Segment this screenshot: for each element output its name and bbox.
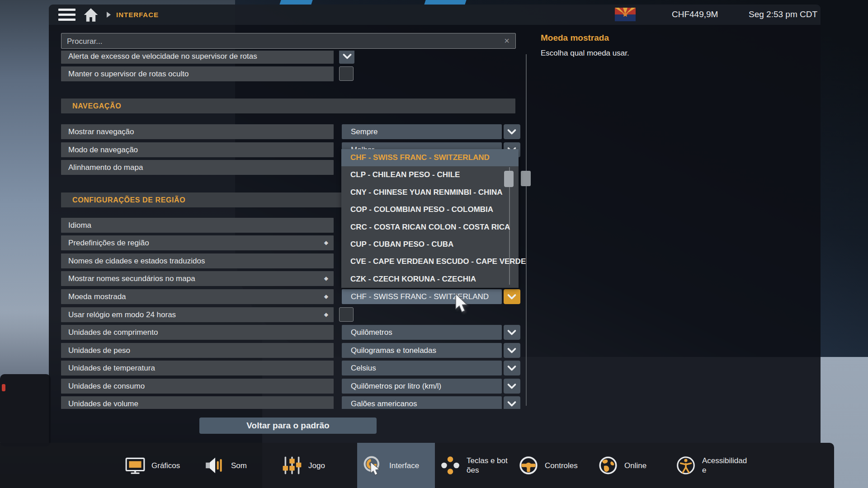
- nav-tab-jogo[interactable]: Jogo: [282, 443, 325, 488]
- dropdown-arrow-button[interactable]: [504, 289, 520, 304]
- tail-light: [2, 384, 5, 391]
- setting-selected-value[interactable]: CHF - SWISS FRANC - SWITZERLAND: [342, 289, 502, 304]
- keys-icon: [440, 455, 461, 476]
- nav-tab-som[interactable]: Som: [204, 443, 247, 488]
- setting-selected-value[interactable]: Sempre: [342, 124, 502, 139]
- arizona-flag-icon[interactable]: [615, 8, 636, 21]
- top-bar: INTERFACE CHF449,9M Seg 2:53 pm CDT: [49, 5, 821, 25]
- setting-row-label[interactable]: Unidades de temperatura: [61, 361, 334, 375]
- game-icon: [282, 455, 302, 476]
- search-input[interactable]: [66, 33, 493, 49]
- setting-selected-value[interactable]: Celsius: [342, 361, 502, 375]
- setting-selected-value[interactable]: Galões americanos: [342, 396, 502, 409]
- info-panel-title: Moeda mostrada: [541, 33, 609, 43]
- setting-row-label[interactable]: Moeda mostrada◆: [61, 289, 334, 304]
- setting-row-label[interactable]: Modo de navegação: [61, 142, 334, 157]
- dropdown-option[interactable]: CHF - SWISS FRANC - SWITZERLAND: [341, 149, 519, 166]
- breadcrumb: INTERFACE: [116, 11, 159, 19]
- setting-row-label[interactable]: Nomes de cidades e estados traduzidos: [61, 253, 334, 268]
- nav-tab-label: Acessibilidade: [702, 456, 747, 475]
- setting-row-label[interactable]: Unidades de peso: [61, 343, 334, 358]
- dropdown-arrow-button[interactable]: [504, 325, 520, 340]
- reset-defaults-button[interactable]: Voltar para o padrão: [199, 418, 377, 434]
- dropdown-option[interactable]: CNY - CHINESE YUAN RENMINBI - CHINA: [341, 184, 519, 201]
- dropdown-option[interactable]: CUP - CUBAN PESO - CUBA: [341, 236, 519, 253]
- dropdown-arrow-button[interactable]: [504, 124, 520, 139]
- controller-icon: [518, 455, 539, 476]
- dropdown-option[interactable]: CLP - CHILEAN PESO - CHILE: [341, 166, 519, 183]
- setting-selected-value[interactable]: Quilogramas e toneladas: [342, 343, 502, 358]
- dropdown-arrow-button[interactable]: [504, 343, 520, 358]
- setting-checkbox[interactable]: [339, 66, 354, 81]
- search-box[interactable]: ×: [61, 33, 516, 49]
- game-clock: Seg 2:53 pm CDT: [749, 9, 817, 19]
- setting-selected-value[interactable]: Quilômetros: [342, 325, 502, 340]
- nav-tab-acessibilidade[interactable]: Acessibilidade: [675, 443, 747, 488]
- interface-icon: [363, 455, 383, 476]
- settings-panel: × Alerta de excesso de velocidade no sup…: [49, 25, 821, 443]
- nav-tab-controles[interactable]: Controles: [518, 443, 578, 488]
- nav-tab-gr-ficos[interactable]: Gráficos: [125, 443, 180, 488]
- dropdown-arrow-button[interactable]: [504, 396, 520, 409]
- setting-row-label[interactable]: Unidades de consumo: [61, 379, 334, 394]
- truck-stripe: [424, 0, 466, 5]
- setting-row-label[interactable]: Manter o supervisor de rotas oculto: [61, 66, 334, 81]
- sound-icon: [204, 455, 225, 476]
- panel-scrollbar-track[interactable]: [526, 54, 527, 406]
- setting-row-label[interactable]: Alinhamento do mapa: [61, 160, 334, 175]
- nav-tab-label: Interface: [389, 461, 419, 470]
- online-icon: [598, 455, 618, 476]
- setting-row-label[interactable]: Alerta de excesso de velocidade no super…: [61, 51, 334, 64]
- accessibility-icon: [675, 455, 696, 476]
- mouse-cursor: [452, 293, 473, 315]
- advanced-diamond-icon: ◆: [324, 235, 328, 250]
- home-icon[interactable]: [83, 7, 99, 23]
- dropdown-arrow-button[interactable]: [504, 379, 520, 394]
- section-header: NAVEGAÇÃO: [61, 99, 515, 113]
- dropdown-scrollbar-thumb[interactable]: [504, 171, 514, 187]
- nav-tab-label: Jogo: [308, 461, 325, 470]
- setting-row-label[interactable]: Mostrar nomes secundários no mapa◆: [61, 271, 334, 286]
- setting-row-label[interactable]: Unidades de comprimento: [61, 325, 334, 340]
- dropdown-arrow-button[interactable]: [339, 51, 354, 64]
- dropdown-arrow-button[interactable]: [504, 361, 520, 375]
- nav-tab-label: Controles: [545, 461, 578, 470]
- graphics-icon: [125, 455, 146, 476]
- breadcrumb-chevron-icon: [107, 12, 111, 18]
- nav-tab-label: Som: [231, 461, 247, 470]
- section-header-label: NAVEGAÇÃO: [61, 99, 121, 113]
- setting-row-label[interactable]: Unidades de volume: [61, 396, 334, 409]
- nav-tab-interface[interactable]: Interface: [357, 443, 435, 488]
- info-panel-description: Escolha qual moeda usar.: [541, 49, 629, 58]
- advanced-diamond-icon: ◆: [324, 307, 328, 322]
- panel-scrollbar-thumb[interactable]: [521, 171, 531, 186]
- setting-row-label[interactable]: Mostrar navegação: [61, 124, 334, 139]
- truck-stripe: [279, 0, 312, 5]
- setting-row-label[interactable]: Usar relógio em modo 24 horas◆: [61, 307, 334, 322]
- setting-checkbox[interactable]: [339, 307, 354, 322]
- dropdown-option[interactable]: CVE - CAPE VERDEAN ESCUDO - CAPE VERDE: [341, 253, 519, 270]
- setting-row-label[interactable]: Predefinições de região◆: [61, 235, 334, 250]
- currency-dropdown-list: CHF - SWISS FRANC - SWITZERLANDCLP - CHI…: [341, 149, 519, 288]
- menu-icon[interactable]: [58, 8, 76, 21]
- nav-tab-label: Gráficos: [151, 461, 180, 470]
- setting-row-label[interactable]: Idioma: [61, 218, 334, 233]
- dropdown-option[interactable]: COP - COLOMBIAN PESO - COLOMBIA: [341, 201, 519, 218]
- clear-search-icon[interactable]: ×: [502, 36, 512, 46]
- nav-tab-online[interactable]: Online: [598, 443, 646, 488]
- settings-category-bar: GráficosSomJogoInterfaceTeclas e botõesC…: [0, 443, 834, 488]
- section-header-label: CONFIGURAÇÕES DE REGIÃO: [61, 192, 185, 207]
- truck-wheels: [0, 374, 51, 446]
- nav-tab-label: Online: [624, 461, 646, 470]
- dropdown-option[interactable]: CZK - CZECH KORUNA - CZECHIA: [341, 271, 519, 288]
- player-money: CHF449,9M: [672, 9, 718, 19]
- advanced-diamond-icon: ◆: [324, 289, 328, 304]
- dropdown-option[interactable]: CRC - COSTA RICAN COLON - COSTA RICA: [341, 219, 519, 236]
- advanced-diamond-icon: ◆: [324, 271, 328, 286]
- nav-tab-label: Teclas e botões: [467, 456, 512, 475]
- setting-selected-value[interactable]: Quilômetros por litro (km/l): [342, 379, 502, 394]
- nav-tab-teclas-e-bot-es[interactable]: Teclas e botões: [440, 443, 512, 488]
